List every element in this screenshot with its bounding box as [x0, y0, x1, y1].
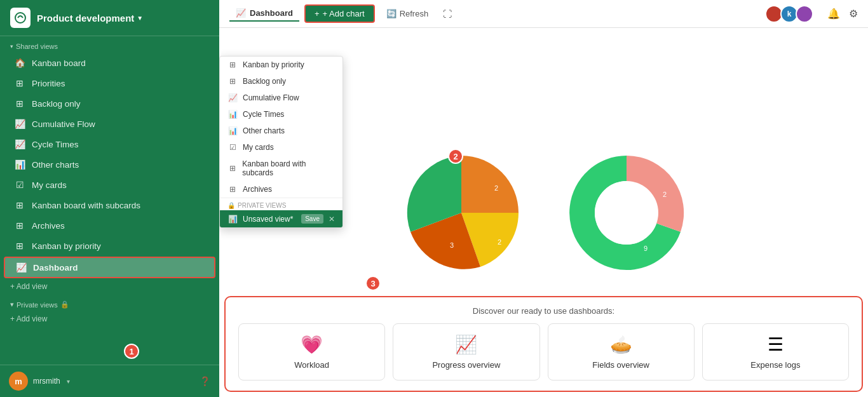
- dropdown-other-charts[interactable]: 📊 Other charts: [220, 123, 342, 139]
- sidebar-item-backlog-only[interactable]: ⊞ Backlog only: [4, 94, 215, 113]
- refresh-icon: 🔄: [386, 9, 397, 18]
- chevron-down-icon: ▼: [137, 15, 143, 22]
- fields-icon: 🥧: [610, 334, 632, 355]
- add-view-shared[interactable]: + Add view: [0, 279, 219, 294]
- sidebar-user[interactable]: m mrsmith ▾ ❓: [0, 365, 219, 397]
- annotation-badge-3: 3: [365, 276, 381, 291]
- svg-text:2: 2: [494, 184, 498, 192]
- expense-label: Expense logs: [750, 360, 800, 370]
- grid-icon: ⊞: [14, 78, 25, 88]
- plus-icon: +: [315, 9, 320, 18]
- pie-chart: 2 2 3: [391, 149, 531, 276]
- sidebar-item-kanban-subcards[interactable]: ⊞ Kanban board with subcards: [4, 196, 215, 215]
- dropdown-cycle-times[interactable]: 📊 Cycle Times: [220, 106, 342, 123]
- archive-icon: ⊞: [14, 220, 25, 231]
- dashboard-card-progress-overview[interactable]: 📈 Progress overview: [393, 323, 539, 380]
- workload-label: Workload: [294, 360, 329, 370]
- chart-bar-icon2: 📊: [227, 110, 238, 119]
- save-view-button[interactable]: Save: [301, 214, 323, 224]
- annotation-badge-2: 2: [448, 149, 463, 164]
- dashboard-discovery-section: Discover our ready to use dashboards: 💗 …: [224, 296, 863, 392]
- add-chart-button[interactable]: + + Add chart: [304, 4, 375, 23]
- progress-label: Progress overview: [432, 360, 500, 370]
- tab-dashboard[interactable]: 📈 Dashboard: [229, 6, 299, 22]
- refresh-button[interactable]: 🔄 Refresh: [380, 6, 435, 22]
- sidebar-item-archives[interactable]: ⊞ Archives: [4, 216, 215, 235]
- svg-point-0: [15, 13, 25, 23]
- donut-chart: 2 9: [557, 149, 696, 276]
- notification-icon[interactable]: 🔔: [827, 8, 840, 20]
- dropdown-cumulative[interactable]: 📈 Cumulative Flow: [220, 90, 342, 106]
- sidebar-item-my-cards[interactable]: ☑ My cards: [4, 175, 215, 194]
- chart-unsaved-icon: 📊: [227, 215, 238, 224]
- check-icon: ☑: [14, 180, 25, 190]
- project-name[interactable]: Product development ▼: [37, 13, 143, 24]
- dashboard-card-workload[interactable]: 💗 Workload: [238, 323, 385, 380]
- dashboard-section-title: Discover our ready to use dashboards:: [238, 306, 849, 316]
- list-icon: ⊞: [227, 77, 238, 86]
- svg-text:2: 2: [662, 191, 666, 198]
- svg-text:2: 2: [497, 238, 501, 246]
- sidebar-item-cumulative-flow[interactable]: 📈 Cumulative Flow: [4, 114, 215, 133]
- dropdown-unsaved-view[interactable]: 📊 Unsaved view* Save ✕: [220, 210, 342, 227]
- fields-label: Fields overview: [592, 360, 649, 370]
- progress-icon: 📈: [455, 334, 477, 355]
- grid3-icon: ⊞: [14, 241, 25, 251]
- main-content: 📈 Dashboard + + Add chart 🔄 Refresh ⛶ k …: [219, 0, 868, 397]
- list-icon: ⊞: [14, 98, 25, 109]
- chart-icon: 📈: [227, 93, 238, 102]
- content-area: 2 2 3 2 9 ⊞ Kanban by priori: [219, 28, 868, 397]
- private-views-section: 🔒 PRIVATE VIEWS: [220, 198, 342, 210]
- chart-icon: 📈: [14, 119, 25, 129]
- shared-views-label: ▾ Shared views: [0, 36, 219, 53]
- dropdown-backlog[interactable]: ⊞ Backlog only: [220, 73, 342, 90]
- dashboard-card-fields-overview[interactable]: 🥧 Fields overview: [548, 323, 695, 380]
- settings-icon[interactable]: ⚙: [849, 8, 858, 20]
- sidebar-item-other-charts[interactable]: 📊 Other charts: [4, 155, 215, 174]
- user-avatars: k: [765, 5, 813, 23]
- sidebar: Product development ▼ ▾ Shared views 🏠 K…: [0, 0, 219, 397]
- chart-other-icon: 📊: [14, 159, 25, 170]
- sidebar-item-priorities[interactable]: ⊞ Priorities: [4, 74, 215, 93]
- add-view-private[interactable]: + Add view: [0, 311, 219, 326]
- help-icon: ❓: [200, 376, 210, 386]
- sidebar-item-dashboard[interactable]: 📈 Dashboard: [4, 257, 215, 278]
- dropdown-archives[interactable]: ⊞ Archives: [220, 181, 342, 198]
- svg-point-5: [595, 181, 658, 245]
- sidebar-item-kanban-board[interactable]: 🏠 Kanban board: [4, 53, 215, 72]
- sidebar-header: Product development ▼: [0, 0, 219, 36]
- dashboard-card-expense-logs[interactable]: ☰ Expense logs: [702, 323, 849, 380]
- grid-icon: ⊞: [227, 60, 238, 69]
- dropdown-kanban-priority[interactable]: ⊞ Kanban by priority: [220, 57, 342, 73]
- grid4-icon: ⊞: [227, 164, 237, 173]
- chart-other-icon2: 📊: [227, 126, 238, 135]
- sidebar-item-kanban-priority[interactable]: ⊞ Kanban by priority: [4, 236, 215, 255]
- workload-icon: 💗: [301, 334, 323, 355]
- app-logo[interactable]: [10, 8, 31, 28]
- user-menu-icon: ▾: [67, 378, 70, 385]
- dashboard-cards-container: 💗 Workload 📈 Progress overview 🥧 Fields …: [238, 323, 849, 380]
- expense-icon: ☰: [768, 334, 783, 355]
- private-views-label: ▾ Private views 🔒: [0, 294, 219, 311]
- avatar-3: [796, 5, 813, 23]
- sidebar-item-cycle-times[interactable]: 📈 Cycle Times: [4, 135, 215, 154]
- archive-icon2: ⊞: [227, 185, 238, 194]
- svg-text:9: 9: [643, 245, 647, 252]
- user-name: mrsmith: [33, 377, 60, 386]
- fullscreen-icon: ⛶: [443, 9, 452, 19]
- fullscreen-button[interactable]: ⛶: [440, 6, 455, 22]
- user-avatar: m: [9, 372, 28, 391]
- add-chart-dropdown[interactable]: ⊞ Kanban by priority ⊞ Backlog only 📈 Cu…: [219, 56, 343, 228]
- check-icon2: ☑: [227, 143, 238, 152]
- chart-bar-icon: 📈: [14, 139, 25, 149]
- svg-text:3: 3: [449, 241, 453, 249]
- home-icon: 🏠: [14, 58, 25, 68]
- grid2-icon: ⊞: [14, 200, 25, 210]
- dropdown-kanban-subcards[interactable]: ⊞ Kanban board with subcards: [220, 156, 342, 181]
- topbar: 📈 Dashboard + + Add chart 🔄 Refresh ⛶ k …: [219, 0, 868, 28]
- dropdown-my-cards[interactable]: ☑ My cards: [220, 139, 342, 156]
- dashboard-icon: 📈: [15, 262, 27, 273]
